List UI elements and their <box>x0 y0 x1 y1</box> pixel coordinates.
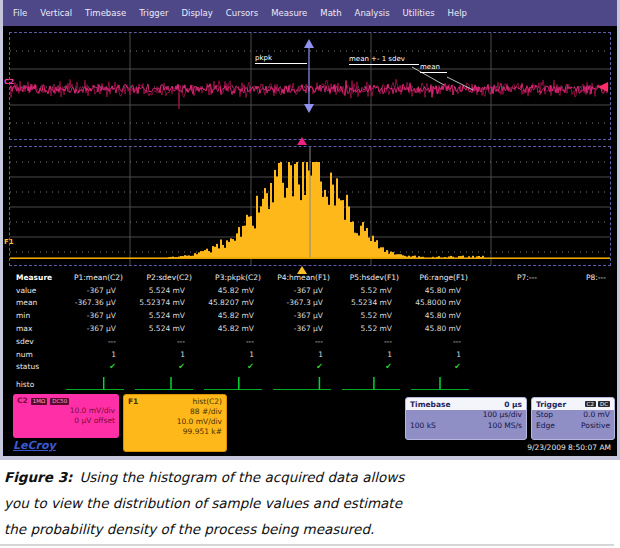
row-label: Measure <box>3 273 59 282</box>
menu-item-analysis[interactable]: Analysis <box>355 8 390 18</box>
cell-num-p3: 1 <box>197 350 266 359</box>
f1-counts-per-div: 88 #/div <box>128 407 222 417</box>
cell-min-p4: -367 µV <box>266 311 335 320</box>
histo-glyph-p4 <box>266 376 335 392</box>
menu-item-utilities[interactable]: Utilities <box>403 8 435 18</box>
histo-glyph-p2 <box>128 376 197 392</box>
menu-item-display[interactable]: Display <box>181 8 212 18</box>
caption-line-1: Using the histogram of the acquired data… <box>79 469 404 485</box>
histo-glyph-p1 <box>59 376 128 392</box>
cell-num-p5: 1 <box>335 350 404 359</box>
row-label: min <box>3 311 59 320</box>
timestamp: 9/23/2009 8:50:07 AM <box>527 443 611 452</box>
row-label: mean <box>3 298 59 307</box>
cell-mean-p2: 5.52374 mV <box>128 298 197 307</box>
cell-mean-p6: 45.8000 mV <box>404 298 473 307</box>
caption-line-3: the probability density of the process b… <box>4 521 374 537</box>
row-label: value <box>3 286 59 295</box>
cell-max-p6: 45.80 mV <box>404 324 473 333</box>
cell-min-p6: 45.80 mV <box>404 311 473 320</box>
menu-item-file[interactable]: File <box>13 8 27 18</box>
channel-c2-trace-label: C2 <box>4 78 14 86</box>
table-row: sdev------------------ <box>3 335 617 348</box>
menu-item-vertical[interactable]: Vertical <box>40 8 72 18</box>
cell-max-p5: 5.52 mV <box>335 324 404 333</box>
param-header-p1[interactable]: P1:mean(C2) <box>59 273 128 282</box>
channel-c2-descriptor[interactable]: C2 1MΩ DC50 10.0 mV/div 0 µV offset <box>13 394 119 438</box>
trace-f1-descriptor[interactable]: F1 hist(C2) 88 #/div 10.0 mV/div 99.951 … <box>123 394 227 452</box>
cell-max-p1: -367 µV <box>59 324 128 333</box>
cell-num-p1: 1 <box>59 350 128 359</box>
f1-population: 99.951 k# <box>128 427 222 437</box>
cell-sdev-p4: --- <box>266 337 335 346</box>
param-header-p6[interactable]: P6:range(F1) <box>404 273 473 282</box>
timebase-per-div: 100 µs/div <box>483 410 522 421</box>
menu-item-help[interactable]: Help <box>448 8 467 18</box>
param-header-p4[interactable]: P4:hmean(F1) <box>266 273 335 282</box>
cell-num-p6: 1 <box>404 350 473 359</box>
row-label: sdev <box>3 337 59 346</box>
param-header-p8[interactable]: P8:--- <box>542 273 611 282</box>
menu-item-math[interactable]: Math <box>320 8 341 18</box>
trigger-slope: Positive <box>581 421 610 432</box>
cell-sdev-p6: --- <box>404 337 473 346</box>
menu-item-trigger[interactable]: Trigger <box>139 8 168 18</box>
cell-min-p2: 5.524 mV <box>128 311 197 320</box>
cell-min-p1: -367 µV <box>59 311 128 320</box>
table-row: min-367 µV5.524 mV45.82 mV-367 µV5.52 mV… <box>3 309 617 322</box>
cell-mean-p4: -367.3 µV <box>266 298 335 307</box>
cell-sdev-p2: --- <box>128 337 197 346</box>
c2-offset: 0 µV offset <box>17 416 115 426</box>
cell-max-p4: -367 µV <box>266 324 335 333</box>
mean-sdev-annotation: mean +- 1 sdev <box>349 55 419 65</box>
scope-screen: C2 F1 pkpk mean +- 1 sdev mean MeasureP1… <box>3 26 617 456</box>
table-row: num111111 <box>3 348 617 361</box>
param-header-p3[interactable]: P3:pkpk(C2) <box>197 273 266 282</box>
timebase-title: Timebase <box>410 400 451 409</box>
status-check-p4: ✔ <box>266 362 335 371</box>
caption-label: Figure 3: <box>4 469 72 485</box>
table-row: value-367 µV5.524 mV45.82 mV-367 µV5.52 … <box>3 284 617 297</box>
param-header-p5[interactable]: P5:hsdev(F1) <box>335 273 404 282</box>
trigger-title: Trigger <box>536 400 566 409</box>
mean-annotation: mean <box>420 63 447 73</box>
timebase-delay: 0 µs <box>504 400 522 409</box>
c2-name: C2 <box>17 396 28 406</box>
status-check-p2: ✔ <box>128 362 197 371</box>
histogram-center-marker-icon <box>297 137 307 145</box>
f1-function: hist(C2) <box>192 397 222 407</box>
lecroy-logo: LeCroy <box>13 439 56 452</box>
cell-max-p3: 45.82 mV <box>197 324 266 333</box>
cell-sdev-p5: --- <box>335 337 404 346</box>
trigger-mode: Stop <box>536 410 553 421</box>
trigger-source-badge: C2 <box>585 401 596 407</box>
menu-item-cursors[interactable]: Cursors <box>226 8 258 18</box>
table-row: status✔✔✔✔✔✔ <box>3 361 617 374</box>
param-header-p2[interactable]: P2:sdev(C2) <box>128 273 197 282</box>
cell-sdev-p3: --- <box>197 337 266 346</box>
menu-item-timebase[interactable]: Timebase <box>85 8 126 18</box>
timebase-box[interactable]: Timebase 0 µs 100 µs/div 100 kS 100 MS/s <box>405 397 527 440</box>
cell-mean-p5: 5.5234 mV <box>335 298 404 307</box>
table-row: histo <box>3 375 617 393</box>
cell-value-p4: -367 µV <box>266 286 335 295</box>
trigger-box[interactable]: Trigger C2 DC Stop 0.0 mV Edge Positive <box>531 397 615 440</box>
f1-name: F1 <box>128 397 138 407</box>
caption-divider <box>0 544 614 546</box>
c2-volts-per-div: 10.0 mV/div <box>17 406 115 416</box>
cell-min-p3: 45.82 mV <box>197 311 266 320</box>
cell-num-p4: 1 <box>266 350 335 359</box>
row-label: max <box>3 324 59 333</box>
cell-value-p1: -367 µV <box>59 286 128 295</box>
row-label: histo <box>3 380 59 389</box>
histogram-panel <box>9 146 611 266</box>
pkpk-annotation: pkpk <box>255 54 307 64</box>
param-header-p7[interactable]: P7:--- <box>473 273 542 282</box>
menu-item-measure[interactable]: Measure <box>271 8 307 18</box>
table-row: MeasureP1:mean(C2)P2:sdev(C2)P3:pkpk(C2)… <box>3 271 617 284</box>
cell-mean-p3: 45.8207 mV <box>197 298 266 307</box>
c2-coupling-badge: 1MΩ <box>31 398 47 405</box>
cell-min-p5: 5.52 mV <box>335 311 404 320</box>
waveform-panel <box>9 32 611 140</box>
cell-value-p5: 5.52 mV <box>335 286 404 295</box>
